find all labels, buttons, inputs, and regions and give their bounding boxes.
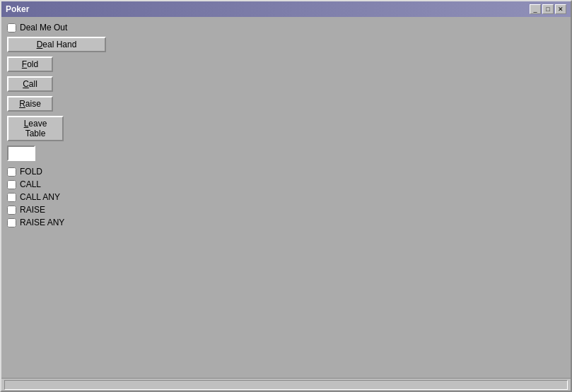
title-bar: Poker _ □ ✕ <box>1 1 571 17</box>
auto-call-row: CALL <box>7 179 565 189</box>
deal-me-out-label[interactable]: Deal Me Out <box>20 23 67 32</box>
deal-hand-container: Deal Hand <box>7 37 565 57</box>
leave-table-container: Leave Table <box>7 116 565 145</box>
raise-amount-input[interactable] <box>7 145 35 161</box>
auto-fold-row: FOLD <box>7 167 565 177</box>
auto-fold-label[interactable]: FOLD <box>20 167 42 177</box>
status-bar <box>1 378 571 391</box>
deal-me-out-checkbox[interactable] <box>7 23 16 32</box>
auto-raise-checkbox[interactable] <box>7 206 16 215</box>
fold-button[interactable]: Fold <box>7 57 53 72</box>
auto-call-any-row: CALL ANY <box>7 192 565 202</box>
auto-raise-label[interactable]: RAISE <box>20 205 45 215</box>
call-container: Call <box>7 76 565 96</box>
deal-hand-button[interactable]: Deal Hand <box>7 37 106 52</box>
title-bar-controls: _ □ ✕ <box>530 4 566 14</box>
minimize-button[interactable]: _ <box>530 4 541 14</box>
leave-table-button[interactable]: Leave Table <box>7 116 64 141</box>
raise-container: Raise <box>7 96 565 116</box>
auto-actions-container: FOLD CALL CALL ANY RAISE RAISE ANY <box>7 167 565 227</box>
call-button[interactable]: Call <box>7 76 53 92</box>
auto-call-checkbox[interactable] <box>7 180 16 189</box>
poker-window: Poker _ □ ✕ Deal Me Out Deal Hand Fold <box>0 0 572 392</box>
fold-container: Fold <box>7 57 565 76</box>
raise-button[interactable]: Raise <box>7 96 53 112</box>
auto-raise-any-row: RAISE ANY <box>7 218 565 227</box>
auto-raise-row: RAISE <box>7 205 565 215</box>
close-button[interactable]: ✕ <box>555 4 566 14</box>
main-content: Deal Me Out Deal Hand Fold Call Raise <box>1 17 571 378</box>
status-panel <box>4 380 568 390</box>
auto-raise-any-label[interactable]: RAISE ANY <box>20 218 64 227</box>
auto-call-any-checkbox[interactable] <box>7 193 16 202</box>
auto-call-label[interactable]: CALL <box>20 179 41 189</box>
auto-call-any-label[interactable]: CALL ANY <box>20 192 60 202</box>
auto-fold-checkbox[interactable] <box>7 167 16 177</box>
deal-me-out-row: Deal Me Out <box>7 23 565 32</box>
maximize-button[interactable]: □ <box>542 4 554 14</box>
auto-raise-any-checkbox[interactable] <box>7 218 16 227</box>
window-title: Poker <box>6 4 29 14</box>
raise-input-container <box>7 145 565 165</box>
